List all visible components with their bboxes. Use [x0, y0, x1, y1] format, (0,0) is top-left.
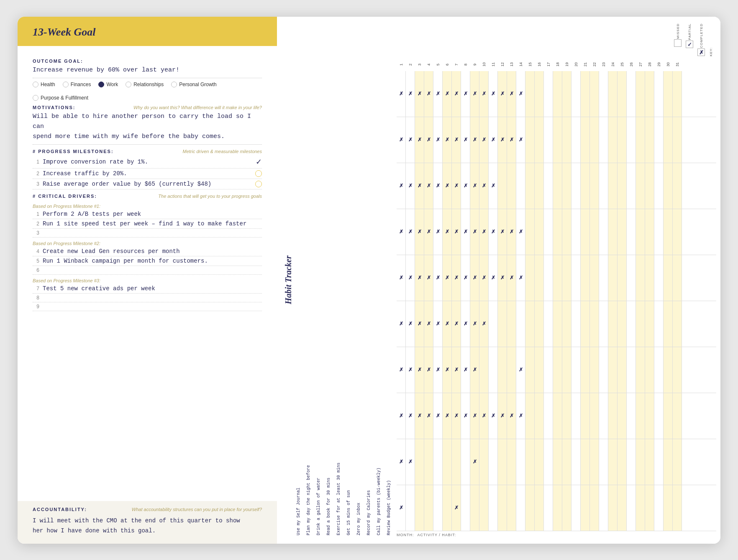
grid-cell [618, 71, 627, 117]
grid-cell: ✗ [516, 117, 525, 163]
grid-cell [535, 485, 544, 531]
grid-cell: ✗ [507, 71, 516, 117]
key-label: KEY: [709, 23, 713, 56]
grid-cell: ✗ [489, 117, 498, 163]
grid-cell: ✗ [415, 301, 424, 347]
personal-growth-icon [171, 82, 177, 87]
grid-cell [590, 485, 599, 531]
grid-cell: ✗ [461, 71, 470, 117]
grid-cell [544, 163, 553, 209]
grid-cell [424, 485, 433, 531]
grid-cell [489, 301, 498, 347]
grid-cell: ✗ [489, 255, 498, 301]
grid-cell [664, 393, 673, 439]
grid-cell: ✗ [498, 393, 507, 439]
grid-cell [525, 485, 535, 531]
planner-container: 13-Week Goal OUTCOME GOAL: Increase reve… [18, 17, 720, 544]
motivations-hint: Why do you want this? What difference wi… [133, 105, 262, 110]
milestone-row: 3 Raise average order value by $65 (curr… [33, 179, 262, 189]
grid-cell [590, 347, 599, 393]
grid-cell [581, 393, 590, 439]
grid-cell [618, 485, 627, 531]
work-icon [98, 82, 104, 87]
grid-cell [590, 117, 599, 163]
category-row: Health Finances Work Relationships Perso… [33, 82, 262, 101]
left-panel: 13-Week Goal OUTCOME GOAL: Increase reve… [18, 17, 277, 544]
grid-cell: ✗ [461, 255, 470, 301]
grid-cell: ✗ [479, 255, 489, 301]
table-area: Use my Self JournalPlan my day the night… [296, 59, 716, 537]
grid-cell [507, 163, 516, 209]
category-finances: Finances [63, 82, 91, 87]
grid-cell [562, 209, 571, 255]
activity-label-item: Exercise for at least 30 mins [336, 491, 346, 537]
grid-cell [645, 71, 654, 117]
grid-cell [664, 71, 673, 117]
driver-sublabel: Based on Progress Milestone #1: [33, 204, 262, 209]
grid-cell [590, 209, 599, 255]
grid-cell [618, 117, 627, 163]
grid-cell [562, 439, 571, 485]
grid-cell [571, 439, 581, 485]
grid-cell [562, 301, 571, 347]
grid-cell: ✗ [461, 393, 470, 439]
grid-cell [562, 163, 571, 209]
driver-row: 6 [33, 266, 262, 275]
grid-cell [590, 71, 599, 117]
grid-row: ✗✗✗ [397, 439, 716, 485]
legend-completed: COMPLETED ✗ [697, 23, 705, 56]
grid-cell: ✗ [452, 393, 461, 439]
grid-cell [673, 163, 682, 209]
grid-cell [452, 439, 461, 485]
grid-cell: ✗ [397, 117, 406, 163]
grid-cell [581, 301, 590, 347]
grid-cell: ✗ [470, 71, 479, 117]
grid-cell [654, 71, 664, 117]
grid-cell: ✗ [406, 347, 415, 393]
driver-row: 4 Create new Lead Gen resources per mont… [33, 247, 262, 256]
grid-row: ✗✗✗✗✗✗✗✗✗✗ [397, 347, 716, 393]
grid-cell [535, 439, 544, 485]
grid-cell [673, 117, 682, 163]
grid-row: ✗✗✗✗✗✗✗✗✗✗✗✗✗✗ [397, 71, 716, 117]
grid-cell [581, 117, 590, 163]
grid-cell: ✗ [397, 71, 406, 117]
grid-cell [544, 71, 553, 117]
activity-label-item: Call my parents (bi-weekly) [377, 491, 387, 537]
grid-cell [618, 255, 627, 301]
grid-cell [664, 485, 673, 531]
grid-cell: ✗ [479, 71, 489, 117]
grid-cell [608, 71, 618, 117]
grid-cell [627, 393, 636, 439]
grid-cell: ✗ [498, 71, 507, 117]
driver-row: 2 Run 1 site speed test per week – find … [33, 219, 262, 229]
activity-label-item: Record my Calories [366, 491, 377, 537]
habit-tracker-wrapper: Habit Tracker MISSED PARTIAL ✓ [277, 17, 720, 544]
grid-cell [645, 485, 654, 531]
grid-cell [627, 209, 636, 255]
grid-cell [645, 117, 654, 163]
grid-cell: ✗ [452, 255, 461, 301]
grid-cell: ✗ [461, 117, 470, 163]
grid-cell [553, 439, 562, 485]
grid-cell: ✗ [461, 347, 470, 393]
grid-cell [553, 163, 562, 209]
month-label: MONTH: [397, 533, 414, 537]
accountability-hint: What accountability structures can you p… [132, 507, 262, 512]
driver-sublabel: Based on Progress Milestone #3: [33, 278, 262, 283]
grid-cell [406, 485, 415, 531]
grid-cell [525, 71, 535, 117]
grid-cell [673, 393, 682, 439]
grid-cell: ✗ [443, 71, 452, 117]
grid-cell [544, 209, 553, 255]
grid-cell [608, 209, 618, 255]
grid-cell [636, 439, 645, 485]
drivers-hint: The actions that will get you to your pr… [158, 194, 262, 199]
grid-cell [544, 117, 553, 163]
left-header: 13-Week Goal [18, 17, 277, 46]
checkmark-icon: ✓ [256, 157, 262, 166]
outcome-text: Increase revenue by 60% over last year! [33, 65, 262, 75]
driver-sublabel: Based on Progress Milestone #2: [33, 241, 262, 246]
milestones-label: # PROGRESS MILESTONES: [33, 149, 114, 154]
grid-cell [664, 209, 673, 255]
